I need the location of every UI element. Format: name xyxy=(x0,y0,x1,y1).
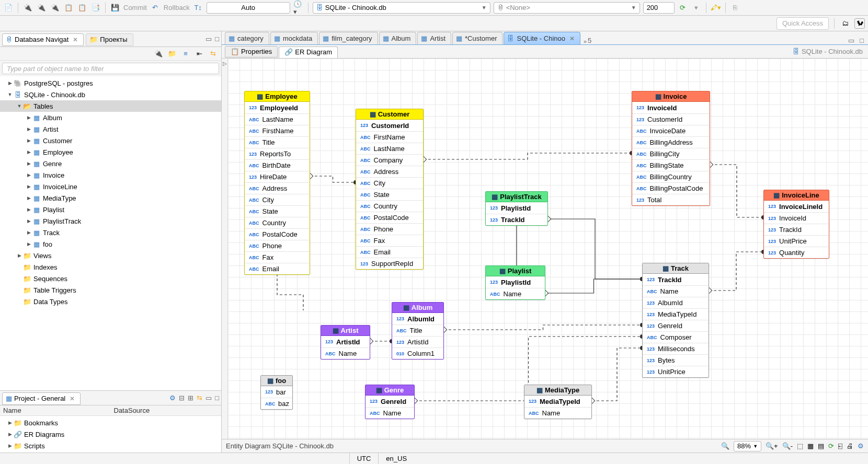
field[interactable]: 123SupportRepId xyxy=(356,258,423,269)
field[interactable]: 123ReportsTo xyxy=(245,148,310,159)
tree-item[interactable]: ▼📂Tables xyxy=(0,100,221,112)
entities-icon[interactable]: ▤ xyxy=(818,442,824,450)
field[interactable]: ABCFax xyxy=(356,235,423,246)
field[interactable]: 123PlaylistId xyxy=(486,202,547,214)
tree-item[interactable]: ▶▦MediaType xyxy=(0,192,221,204)
field[interactable]: ABCName xyxy=(366,407,414,419)
entity-genre[interactable]: ▦Genre123GenreIdABCName xyxy=(365,385,415,419)
field[interactable]: 123EmployeeId xyxy=(245,102,310,113)
field[interactable]: 123ArtistId xyxy=(321,336,370,347)
field[interactable]: ABCBirthDate xyxy=(245,159,310,171)
entity-playlist[interactable]: ▦Playlist123PlaylistIdABCName xyxy=(485,265,545,300)
connect-icon[interactable]: 🔌 xyxy=(153,49,164,59)
field[interactable]: 123GenreId xyxy=(366,396,414,407)
field[interactable]: ABCName xyxy=(486,288,545,299)
history-icon[interactable]: 🕓▾ xyxy=(293,3,304,13)
new-folder-icon[interactable]: 📁 xyxy=(167,49,177,59)
tx-mode-icon[interactable]: T↕ xyxy=(193,3,203,13)
search-icon[interactable]: 🔍 xyxy=(721,442,729,450)
field[interactable]: 123TrackId xyxy=(764,224,829,235)
field[interactable]: 123CustomerId xyxy=(356,120,423,131)
export-icon[interactable]: ⍇ xyxy=(838,442,842,450)
maximize-icon[interactable]: □ xyxy=(215,394,219,402)
tree-item[interactable]: ▶▦Track xyxy=(0,227,221,238)
tree-item[interactable]: ▶🐘PostgreSQL - postgres xyxy=(0,77,221,89)
tree-item[interactable]: ▶▦Customer xyxy=(0,135,221,146)
field[interactable]: 123MediaTypeId xyxy=(524,396,591,407)
field[interactable]: 123InvoiceLineId xyxy=(764,201,829,212)
field[interactable]: 123AlbumId xyxy=(643,297,709,308)
tree-item[interactable]: 📁Table Triggers xyxy=(0,284,221,296)
dbeaver-perspective-icon[interactable]: 🐿 xyxy=(854,18,865,29)
tree-item[interactable]: ▶▦InvoiceLine xyxy=(0,181,221,192)
field[interactable]: 010Column1 xyxy=(392,347,443,359)
field[interactable]: ABCBillingCountry xyxy=(632,171,710,182)
maximize-icon[interactable]: □ xyxy=(215,35,219,43)
field[interactable]: ABCCompany xyxy=(356,154,423,166)
gear-icon[interactable]: ⚙ xyxy=(169,394,176,402)
field[interactable]: ABCEmail xyxy=(245,263,310,274)
field[interactable]: ABCAddress xyxy=(356,166,423,177)
entity-employee[interactable]: ▦Employee123EmployeeIdABCLastNameABCFirs… xyxy=(244,91,310,275)
tree-item[interactable]: ▶▦Album xyxy=(0,112,221,123)
tree-item[interactable]: ▶📁Scripts xyxy=(0,440,221,451)
perspective-icon[interactable]: 🗂 xyxy=(840,18,850,29)
minimize-icon[interactable]: ▭ xyxy=(848,37,854,44)
field[interactable]: ABCState xyxy=(356,189,423,200)
field[interactable]: 123ArtistId xyxy=(392,336,443,347)
field[interactable]: ABCTitle xyxy=(245,136,310,148)
project-tree[interactable]: ▶📁Bookmarks▶🔗ER Diagrams▶📁Scripts xyxy=(0,416,221,453)
close-icon[interactable]: ✕ xyxy=(73,36,78,43)
field[interactable]: ABCName xyxy=(524,407,591,419)
field[interactable]: 123PlaylistId xyxy=(486,276,545,288)
highlighter-icon[interactable]: 🖍▾ xyxy=(711,3,721,13)
tree-item[interactable]: 📁Sequences xyxy=(0,273,221,284)
database-combo[interactable]: 🛢 <None> ▼ xyxy=(494,2,640,14)
field[interactable]: 123TrackId xyxy=(643,274,709,285)
field[interactable]: ABCCity xyxy=(356,177,423,189)
sql-editor-icon[interactable]: 📋 xyxy=(63,3,74,13)
field[interactable]: 123CustomerId xyxy=(632,113,710,125)
layout-icon[interactable]: ⬚ xyxy=(797,442,803,450)
field[interactable]: ABCState xyxy=(245,205,310,217)
zoom-combo[interactable]: 88% ▼ xyxy=(734,441,761,451)
next-icon[interactable]: ⎘ xyxy=(730,3,740,13)
sub-tab[interactable]: 📋Properties xyxy=(225,46,278,57)
commit-icon[interactable]: 💾 xyxy=(110,3,120,13)
field[interactable]: 123Quantity xyxy=(764,247,829,258)
field[interactable]: 123HireDate xyxy=(245,171,310,182)
tree-item[interactable]: ▶🔗ER Diagrams xyxy=(0,428,221,440)
field[interactable]: 123UnitPrice xyxy=(764,235,829,247)
tree-item[interactable]: ▶▦foo xyxy=(0,238,221,250)
minimize-icon[interactable]: ▭ xyxy=(205,35,212,43)
entity-customer[interactable]: ▦Customer123CustomerIdABCFirstNameABCLas… xyxy=(356,109,424,270)
entity-artist[interactable]: ▦Artist123ArtistIdABCName xyxy=(321,325,370,359)
field[interactable]: ABCLastName xyxy=(356,143,423,154)
connect-all-icon[interactable]: 🔌 xyxy=(36,3,47,13)
sub-tab[interactable]: 🔗ER Diagram xyxy=(279,47,338,58)
tree-item[interactable]: ▶▦Artist xyxy=(0,123,221,135)
minimize-icon[interactable]: ▭ xyxy=(205,394,212,402)
tab-project[interactable]: ▦ Project - General ✕ xyxy=(2,392,81,405)
tree-item[interactable]: 📁Data Types xyxy=(0,296,221,307)
field[interactable]: 123InvoiceId xyxy=(632,102,710,113)
field[interactable]: ABCBillingCity xyxy=(632,148,710,159)
tab-projects[interactable]: 📁 Проекты xyxy=(86,33,133,46)
entity-invoiceline[interactable]: ▦InvoiceLine123InvoiceLineId123InvoiceId… xyxy=(763,190,829,259)
collapse-all-icon[interactable]: ⊟ xyxy=(179,394,185,402)
tree-item[interactable]: ▶▦Genre xyxy=(0,158,221,169)
quick-access-button[interactable]: Quick Access xyxy=(776,17,829,30)
editor-tab[interactable]: ▦mockdata xyxy=(270,32,318,44)
max-rows-input[interactable] xyxy=(643,2,675,14)
field[interactable]: 123Milliseconds xyxy=(643,343,709,354)
refresh-icon[interactable]: ⟳ xyxy=(678,3,688,13)
stop-icon[interactable]: ▾ xyxy=(691,3,702,13)
field[interactable]: ABCLastName xyxy=(245,113,310,125)
tx-mode-combo[interactable]: Auto xyxy=(207,2,290,14)
field[interactable]: ABCInvoiceDate xyxy=(632,125,710,136)
field[interactable]: ABCFirstName xyxy=(356,131,423,143)
field[interactable]: ABCFirstName xyxy=(245,125,310,136)
expand-icon[interactable]: ⊞ xyxy=(188,394,193,402)
tree-item[interactable]: ▶📁Views xyxy=(0,250,221,261)
commit-label[interactable]: Commit xyxy=(123,4,147,11)
